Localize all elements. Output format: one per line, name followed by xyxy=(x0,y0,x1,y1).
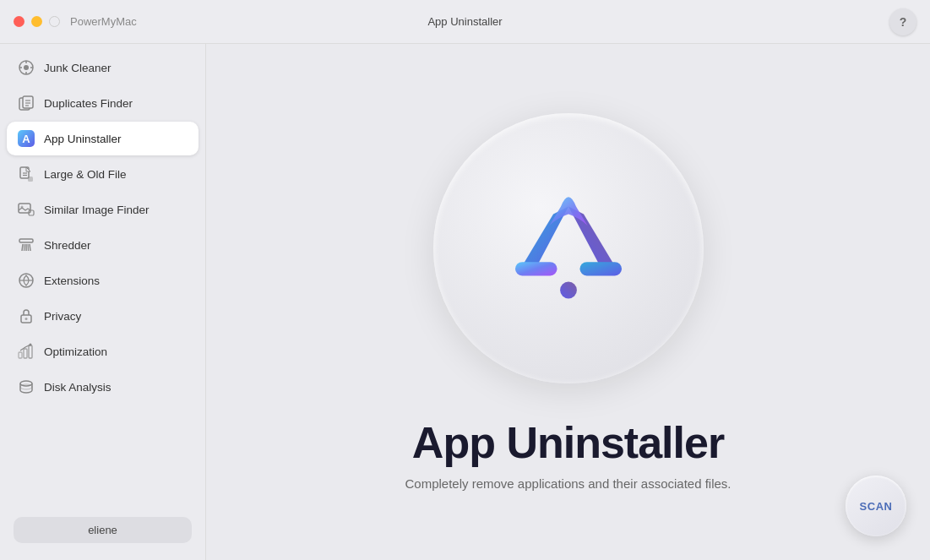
user-pill[interactable]: eliene xyxy=(14,517,192,543)
svg-point-33 xyxy=(30,344,32,346)
sidebar-item-extensions[interactable]: Extensions xyxy=(7,264,199,297)
content-area: App Uninstaller Completely remove applic… xyxy=(206,44,930,560)
svg-rect-20 xyxy=(19,239,33,242)
large-old-file-icon xyxy=(17,165,35,183)
svg-point-29 xyxy=(25,318,28,320)
sidebar-item-app-uninstaller[interactable]: A App Uninstaller xyxy=(7,122,199,155)
svg-rect-36 xyxy=(515,262,557,275)
optimization-icon xyxy=(17,342,35,361)
traffic-lights xyxy=(14,16,60,27)
svg-rect-37 xyxy=(579,262,622,275)
sidebar-item-shredder[interactable]: Shredder xyxy=(7,228,199,262)
sidebar-item-similar-image-finder-label: Similar Image Finder xyxy=(44,204,150,216)
maximize-button[interactable] xyxy=(49,16,60,27)
privacy-icon xyxy=(17,307,35,325)
sidebar-item-duplicates-finder-label: Duplicates Finder xyxy=(44,97,133,110)
sidebar-item-disk-analysis[interactable]: Disk Analysis xyxy=(7,370,199,404)
svg-point-38 xyxy=(560,282,577,299)
svg-text:A: A xyxy=(22,133,30,145)
sidebar: Junk Cleaner Duplicates Finder xyxy=(0,44,206,560)
svg-line-23 xyxy=(30,244,30,251)
svg-line-21 xyxy=(22,244,23,251)
similar-image-finder-icon xyxy=(17,200,35,219)
window-title: App Uninstaller xyxy=(427,15,502,28)
close-button[interactable] xyxy=(14,16,24,27)
app-name-label: PowerMyMac xyxy=(70,15,137,28)
app-store-logo xyxy=(492,172,644,324)
help-icon: ? xyxy=(900,15,907,29)
sidebar-item-duplicates-finder[interactable]: Duplicates Finder xyxy=(7,86,199,120)
sidebar-item-app-uninstaller-label: App Uninstaller xyxy=(44,133,122,145)
svg-line-25 xyxy=(28,244,29,251)
sidebar-item-privacy[interactable]: Privacy xyxy=(7,299,199,333)
content-subtitle: Completely remove applications and their… xyxy=(405,476,731,491)
sidebar-item-shredder-label: Shredder xyxy=(44,239,91,252)
svg-point-1 xyxy=(24,65,29,70)
svg-line-24 xyxy=(24,244,25,251)
sidebar-item-extensions-label: Extensions xyxy=(44,275,100,287)
minimize-button[interactable] xyxy=(31,16,42,27)
titlebar: PowerMyMac App Uninstaller ? xyxy=(0,0,930,44)
help-button[interactable]: ? xyxy=(889,8,916,35)
svg-rect-32 xyxy=(29,345,32,358)
content-title: App Uninstaller xyxy=(412,417,724,468)
extensions-icon xyxy=(17,271,35,290)
svg-point-35 xyxy=(20,384,32,389)
app-icon-circle xyxy=(433,113,704,383)
sidebar-item-large-old-file[interactable]: Large & Old File xyxy=(7,157,199,191)
svg-rect-16 xyxy=(28,177,33,182)
svg-rect-30 xyxy=(19,352,22,358)
main-layout: Junk Cleaner Duplicates Finder xyxy=(0,44,930,560)
sidebar-item-junk-cleaner[interactable]: Junk Cleaner xyxy=(7,51,199,84)
sidebar-item-privacy-label: Privacy xyxy=(44,310,81,323)
junk-cleaner-icon xyxy=(17,58,35,77)
sidebar-item-large-old-file-label: Large & Old File xyxy=(44,168,127,181)
svg-rect-31 xyxy=(24,349,27,358)
disk-analysis-icon xyxy=(17,378,35,396)
sidebar-item-optimization[interactable]: Optimization xyxy=(7,334,199,368)
scan-button[interactable]: SCAN xyxy=(846,476,906,536)
sidebar-item-optimization-label: Optimization xyxy=(44,345,107,358)
app-uninstaller-icon: A xyxy=(17,129,35,148)
svg-rect-7 xyxy=(23,96,33,108)
sidebar-items: Junk Cleaner Duplicates Finder xyxy=(0,51,205,510)
sidebar-item-disk-analysis-label: Disk Analysis xyxy=(44,381,111,394)
sidebar-item-similar-image-finder[interactable]: Similar Image Finder xyxy=(7,193,199,226)
duplicates-finder-icon xyxy=(17,94,35,112)
sidebar-item-junk-cleaner-label: Junk Cleaner xyxy=(44,62,111,74)
sidebar-footer: eliene xyxy=(0,510,205,553)
shredder-icon xyxy=(17,236,35,254)
scan-button-container: SCAN xyxy=(846,476,906,536)
